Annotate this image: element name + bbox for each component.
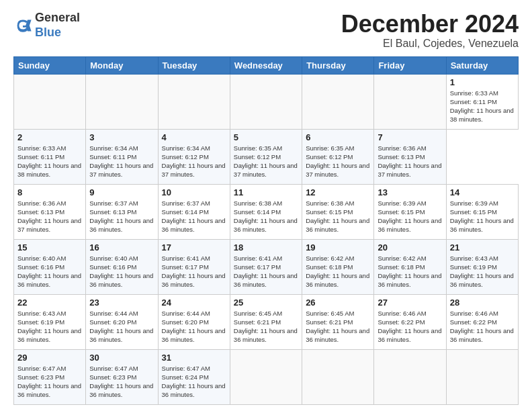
- day-number: 14: [450, 187, 515, 197]
- day-number: 19: [306, 242, 370, 253]
- day-info: Sunrise: 6:35 AMSunset: 6:12 PMDaylight:…: [306, 144, 370, 179]
- page: General Blue December 2024 El Baul, Coje…: [0, 0, 532, 411]
- calendar-cell: 26Sunrise: 6:45 AMSunset: 6:21 PMDayligh…: [302, 294, 374, 349]
- day-number: 15: [17, 242, 82, 253]
- calendar-header-row: SundayMondayTuesdayWednesdayThursdayFrid…: [14, 56, 519, 74]
- calendar-cell: 17Sunrise: 6:41 AMSunset: 6:17 PMDayligh…: [158, 239, 230, 294]
- day-number: 13: [378, 187, 442, 197]
- day-info: Sunrise: 6:41 AMSunset: 6:17 PMDaylight:…: [234, 254, 298, 289]
- col-header-tuesday: Tuesday: [158, 56, 230, 74]
- day-number: 20: [378, 242, 442, 253]
- calendar-cell: [302, 349, 374, 404]
- day-info: Sunrise: 6:47 AMSunset: 6:24 PMDaylight:…: [162, 364, 226, 400]
- calendar-cell: 19Sunrise: 6:42 AMSunset: 6:18 PMDayligh…: [302, 239, 374, 294]
- day-number: 6: [306, 132, 370, 142]
- calendar-cell: 6Sunrise: 6:35 AMSunset: 6:12 PMDaylight…: [302, 129, 374, 184]
- day-number: 22: [17, 298, 82, 308]
- day-info: Sunrise: 6:45 AMSunset: 6:21 PMDaylight:…: [306, 309, 370, 345]
- week-row-2: 2Sunrise: 6:33 AMSunset: 6:11 PMDaylight…: [14, 129, 519, 184]
- calendar-cell: 21Sunrise: 6:43 AMSunset: 6:19 PMDayligh…: [446, 239, 518, 294]
- day-number: 30: [89, 353, 154, 363]
- calendar-cell: 27Sunrise: 6:46 AMSunset: 6:22 PMDayligh…: [374, 294, 446, 349]
- calendar-cell: 11Sunrise: 6:38 AMSunset: 6:14 PMDayligh…: [230, 184, 302, 239]
- calendar-cell: 14Sunrise: 6:39 AMSunset: 6:15 PMDayligh…: [446, 184, 518, 239]
- calendar-cell: [374, 349, 446, 404]
- day-number: 26: [306, 298, 370, 308]
- calendar-cell: 30Sunrise: 6:47 AMSunset: 6:23 PMDayligh…: [86, 349, 158, 404]
- day-info: Sunrise: 6:37 AMSunset: 6:14 PMDaylight:…: [162, 199, 226, 234]
- day-info: Sunrise: 6:41 AMSunset: 6:17 PMDaylight:…: [162, 254, 226, 289]
- day-info: Sunrise: 6:43 AMSunset: 6:19 PMDaylight:…: [17, 309, 82, 345]
- calendar-cell: [302, 74, 374, 129]
- day-number: 2: [17, 132, 82, 142]
- day-number: 29: [17, 353, 82, 363]
- calendar-cell: 3Sunrise: 6:34 AMSunset: 6:11 PMDaylight…: [86, 129, 158, 184]
- logo-general: General: [35, 11, 80, 24]
- logo-blue: Blue: [35, 26, 61, 39]
- day-info: Sunrise: 6:37 AMSunset: 6:13 PMDaylight:…: [89, 199, 154, 234]
- day-info: Sunrise: 6:33 AMSunset: 6:11 PMDaylight:…: [17, 144, 82, 179]
- calendar-cell: [374, 74, 446, 129]
- day-number: 18: [234, 242, 298, 253]
- calendar-cell: 2Sunrise: 6:33 AMSunset: 6:11 PMDaylight…: [14, 129, 86, 184]
- day-number: 24: [162, 298, 226, 308]
- day-info: Sunrise: 6:43 AMSunset: 6:19 PMDaylight:…: [450, 254, 515, 289]
- calendar-cell: 28Sunrise: 6:46 AMSunset: 6:22 PMDayligh…: [446, 294, 518, 349]
- calendar-cell: [14, 74, 86, 129]
- day-info: Sunrise: 6:46 AMSunset: 6:22 PMDaylight:…: [378, 309, 442, 345]
- week-row-1: 1Sunrise: 6:33 AMSunset: 6:11 PMDaylight…: [14, 74, 519, 129]
- calendar-cell: 9Sunrise: 6:37 AMSunset: 6:13 PMDaylight…: [86, 184, 158, 239]
- day-number: 4: [162, 132, 226, 142]
- logo-icon: [13, 16, 32, 35]
- day-number: 7: [378, 132, 442, 142]
- day-number: 10: [162, 187, 226, 197]
- calendar-cell: 5Sunrise: 6:35 AMSunset: 6:12 PMDaylight…: [230, 129, 302, 184]
- day-number: 12: [306, 187, 370, 197]
- calendar-cell: 15Sunrise: 6:40 AMSunset: 6:16 PMDayligh…: [14, 239, 86, 294]
- col-header-thursday: Thursday: [302, 56, 374, 74]
- calendar-cell: 24Sunrise: 6:44 AMSunset: 6:20 PMDayligh…: [158, 294, 230, 349]
- calendar-cell: [230, 349, 302, 404]
- calendar-cell: [446, 349, 518, 404]
- day-info: Sunrise: 6:44 AMSunset: 6:20 PMDaylight:…: [89, 309, 154, 345]
- day-number: 21: [450, 242, 515, 253]
- day-number: 28: [450, 298, 515, 308]
- calendar-cell: 13Sunrise: 6:39 AMSunset: 6:15 PMDayligh…: [374, 184, 446, 239]
- day-number: 16: [89, 242, 154, 253]
- calendar-cell: 4Sunrise: 6:34 AMSunset: 6:12 PMDaylight…: [158, 129, 230, 184]
- week-row-5: 22Sunrise: 6:43 AMSunset: 6:19 PMDayligh…: [14, 294, 519, 349]
- day-info: Sunrise: 6:35 AMSunset: 6:12 PMDaylight:…: [234, 144, 298, 179]
- day-info: Sunrise: 6:33 AMSunset: 6:11 PMDaylight:…: [450, 89, 515, 124]
- title-area: December 2024 El Baul, Cojedes, Venezuel…: [341, 11, 519, 50]
- calendar-cell: 16Sunrise: 6:40 AMSunset: 6:16 PMDayligh…: [86, 239, 158, 294]
- col-header-sunday: Sunday: [14, 56, 86, 74]
- calendar-cell: 25Sunrise: 6:45 AMSunset: 6:21 PMDayligh…: [230, 294, 302, 349]
- day-number: 8: [17, 187, 82, 197]
- calendar-cell: 23Sunrise: 6:44 AMSunset: 6:20 PMDayligh…: [86, 294, 158, 349]
- col-header-friday: Friday: [374, 56, 446, 74]
- logo-text: General Blue: [35, 11, 80, 40]
- day-number: 23: [89, 298, 154, 308]
- col-header-wednesday: Wednesday: [230, 56, 302, 74]
- day-info: Sunrise: 6:44 AMSunset: 6:20 PMDaylight:…: [162, 309, 226, 345]
- day-number: 1: [450, 77, 515, 87]
- day-number: 3: [89, 132, 154, 142]
- day-number: 9: [89, 187, 154, 197]
- day-info: Sunrise: 6:36 AMSunset: 6:13 PMDaylight:…: [378, 144, 442, 179]
- week-row-4: 15Sunrise: 6:40 AMSunset: 6:16 PMDayligh…: [14, 239, 519, 294]
- location: El Baul, Cojedes, Venezuela: [341, 38, 519, 50]
- calendar-cell: 31Sunrise: 6:47 AMSunset: 6:24 PMDayligh…: [158, 349, 230, 404]
- day-info: Sunrise: 6:36 AMSunset: 6:13 PMDaylight:…: [17, 199, 82, 234]
- header: General Blue December 2024 El Baul, Coje…: [13, 11, 519, 50]
- col-header-saturday: Saturday: [446, 56, 518, 74]
- week-row-6: 29Sunrise: 6:47 AMSunset: 6:23 PMDayligh…: [14, 349, 519, 404]
- day-info: Sunrise: 6:38 AMSunset: 6:14 PMDaylight:…: [234, 199, 298, 234]
- calendar-cell: 8Sunrise: 6:36 AMSunset: 6:13 PMDaylight…: [14, 184, 86, 239]
- day-number: 17: [162, 242, 226, 253]
- day-info: Sunrise: 6:46 AMSunset: 6:22 PMDaylight:…: [450, 309, 515, 345]
- calendar-cell: 20Sunrise: 6:42 AMSunset: 6:18 PMDayligh…: [374, 239, 446, 294]
- day-info: Sunrise: 6:47 AMSunset: 6:23 PMDaylight:…: [89, 364, 154, 400]
- day-info: Sunrise: 6:40 AMSunset: 6:16 PMDaylight:…: [89, 254, 154, 289]
- day-info: Sunrise: 6:38 AMSunset: 6:15 PMDaylight:…: [306, 199, 370, 234]
- day-info: Sunrise: 6:45 AMSunset: 6:21 PMDaylight:…: [234, 309, 298, 345]
